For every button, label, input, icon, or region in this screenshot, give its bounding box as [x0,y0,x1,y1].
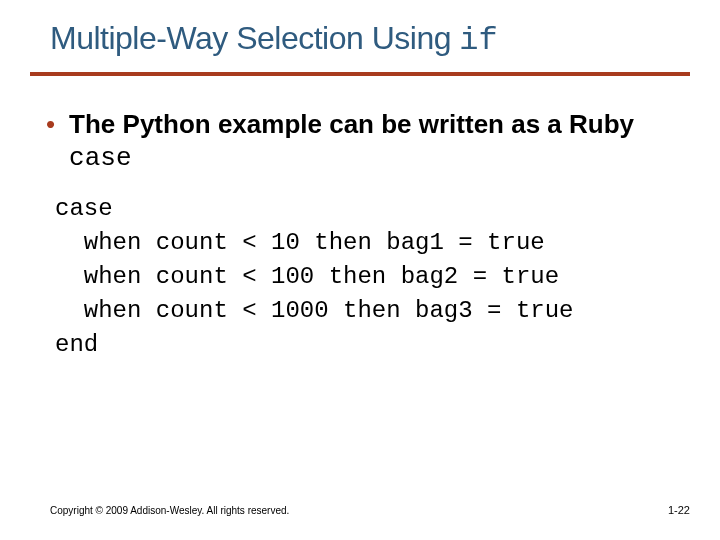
page-number: 1-22 [668,504,690,516]
code-block: case when count < 10 then bag1 = true wh… [55,192,680,362]
slide-title: Multiple-Way Selection Using if [50,20,680,59]
bullet-text: The Python example can be written as a R… [69,108,680,174]
bullet-keyword: case [69,143,131,173]
bullet-text-main: The Python example can be written as a R… [69,109,634,139]
title-text: Multiple-Way Selection Using [50,20,459,56]
title-underline [30,72,690,76]
slide: Multiple-Way Selection Using if • The Py… [0,0,720,540]
bullet-item: • The Python example can be written as a… [70,108,680,174]
slide-body: • The Python example can be written as a… [70,108,680,362]
title-keyword: if [459,22,497,59]
copyright-text: Copyright © 2009 Addison-Wesley. All rig… [50,505,289,516]
bullet-marker: • [46,108,55,140]
